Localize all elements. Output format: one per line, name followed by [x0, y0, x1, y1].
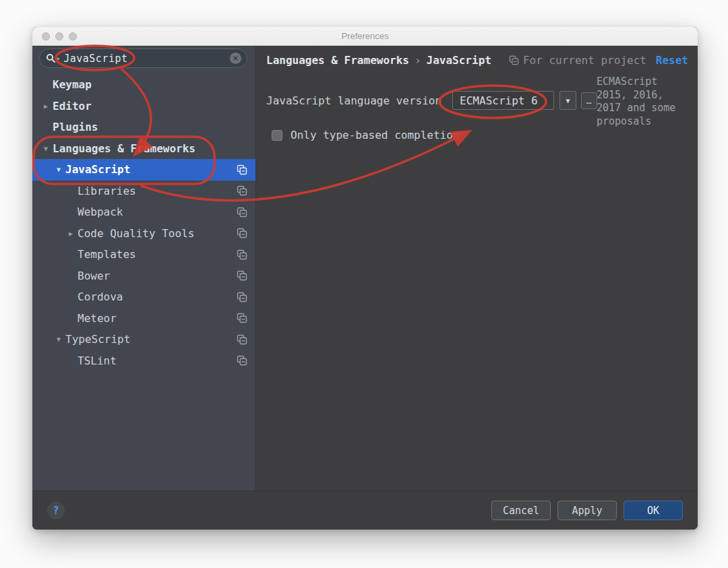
- current-project-icon: [237, 313, 247, 323]
- question-mark-icon: ?: [53, 505, 59, 517]
- settings-panel-javascript: Languages & Frameworks › JavaScript For …: [256, 46, 698, 491]
- tree-item-javascript[interactable]: ▼JavaScript: [32, 159, 255, 181]
- current-project-icon: [237, 334, 247, 345]
- zoom-window-icon[interactable]: [69, 32, 77, 40]
- search-value[interactable]: JavaScript: [61, 53, 230, 65]
- tree-item-plugins[interactable]: Plugins: [32, 117, 255, 138]
- expanded-arrow-icon[interactable]: ▼: [52, 166, 65, 173]
- language-version-dropdown-button[interactable]: ▼: [559, 91, 576, 110]
- settings-sidebar: ▼ JavaScript ✕ Keymap ▶Editor Plugins: [32, 46, 256, 491]
- current-project-icon: [237, 249, 247, 260]
- traffic-lights: [42, 32, 77, 40]
- language-version-label: JavaScript language version: [266, 94, 442, 107]
- clear-search-icon[interactable]: ✕: [230, 53, 241, 64]
- tree-item-cordova[interactable]: Cordova: [32, 286, 255, 308]
- current-project-icon: [237, 228, 247, 239]
- scope-label: For current project: [523, 54, 646, 67]
- tree-item-webpack[interactable]: Webpack: [32, 201, 255, 223]
- search-icon: [46, 53, 56, 63]
- tree-item-meteor[interactable]: Meteor: [32, 308, 255, 329]
- current-project-icon: [237, 292, 247, 303]
- current-project-icon: [237, 355, 247, 366]
- expanded-arrow-icon[interactable]: ▼: [39, 145, 53, 152]
- collapsed-arrow-icon[interactable]: ▶: [64, 230, 78, 237]
- search-options-caret-icon[interactable]: ▼: [57, 57, 59, 62]
- apply-button[interactable]: Apply: [557, 501, 617, 520]
- minimize-window-icon[interactable]: [55, 32, 63, 40]
- breadcrumb-current: JavaScript: [427, 54, 491, 67]
- language-version-select[interactable]: ECMAScript 6: [452, 91, 554, 110]
- current-project-icon: [509, 55, 519, 65]
- help-button[interactable]: ?: [47, 502, 65, 519]
- language-version-helper-text: ECMAScript 2015, 2016, 2017 and some pro…: [597, 75, 688, 128]
- current-project-icon: [237, 185, 247, 196]
- panel-header: Languages & Frameworks › JavaScript For …: [256, 46, 698, 67]
- ellipsis-icon: …: [586, 96, 593, 106]
- tree-item-keymap[interactable]: Keymap: [32, 74, 255, 96]
- collapsed-arrow-icon[interactable]: ▶: [39, 102, 53, 110]
- ok-button[interactable]: OK: [624, 501, 683, 520]
- preferences-window: Preferences ▼ JavaScript ✕ Keymap: [32, 27, 698, 530]
- language-version-value: ECMAScript 6: [460, 94, 538, 107]
- breadcrumb-parent: Languages & Frameworks: [266, 54, 409, 67]
- dialog-footer: ? Cancel Apply OK: [32, 491, 698, 530]
- close-window-icon[interactable]: [42, 32, 50, 40]
- current-project-icon: [237, 164, 247, 175]
- reset-link[interactable]: Reset: [656, 54, 688, 67]
- cancel-button[interactable]: Cancel: [491, 501, 551, 520]
- tree-item-editor[interactable]: ▶Editor: [32, 96, 255, 117]
- screenshot-stage: Preferences ▼ JavaScript ✕ Keymap: [0, 0, 728, 568]
- tree-item-bower[interactable]: Bower: [32, 265, 255, 287]
- expanded-arrow-icon[interactable]: ▼: [52, 336, 65, 343]
- tree-item-typescript[interactable]: ▼TypeScript: [32, 329, 255, 350]
- chevron-down-icon: ▼: [566, 97, 570, 104]
- tree-item-templates[interactable]: Templates: [32, 244, 255, 265]
- footer-buttons: Cancel Apply OK: [491, 501, 683, 520]
- scope-indicator: For current project: [509, 54, 646, 67]
- window-titlebar: Preferences: [32, 27, 698, 46]
- window-title: Preferences: [341, 31, 388, 41]
- type-based-completion-row: Only type-based completion: [272, 129, 698, 141]
- search-input[interactable]: ▼ JavaScript ✕: [39, 49, 247, 68]
- type-based-completion-label: Only type-based completion: [291, 129, 459, 141]
- breadcrumb-separator: ›: [415, 54, 421, 67]
- current-project-icon: [237, 270, 247, 281]
- type-based-completion-checkbox[interactable]: [272, 130, 282, 141]
- current-project-icon: [237, 207, 247, 218]
- tree-item-libraries[interactable]: Libraries: [32, 181, 255, 202]
- language-version-more-button[interactable]: …: [581, 92, 597, 109]
- tree-item-code-quality-tools[interactable]: ▶Code Quality Tools: [32, 223, 255, 245]
- settings-tree: Keymap ▶Editor Plugins ▼Languages & Fram…: [32, 74, 255, 371]
- tree-item-languages-frameworks[interactable]: ▼Languages & Frameworks: [32, 138, 255, 160]
- tree-item-tslint[interactable]: TSLint: [32, 350, 255, 372]
